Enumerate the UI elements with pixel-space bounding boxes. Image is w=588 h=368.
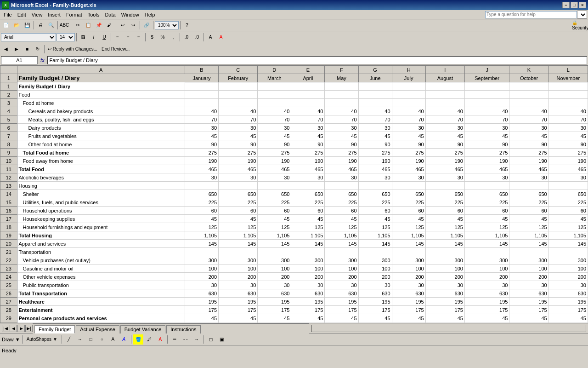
cell-C20[interactable]: 145 <box>219 240 258 248</box>
cell-E1[interactable]: April <box>291 74 325 82</box>
cell-H3[interactable] <box>392 99 425 107</box>
cell-J7[interactable]: 45 <box>464 132 509 140</box>
cell-C8[interactable]: 90 <box>219 140 258 149</box>
cell-I13[interactable] <box>425 182 464 190</box>
zoom-dropdown[interactable]: 100% <box>155 21 179 29</box>
col-header-G[interactable]: G <box>358 66 392 74</box>
row-num-19[interactable]: 19 <box>0 231 17 240</box>
cell-C12[interactable]: 30 <box>219 173 258 182</box>
cell-E27[interactable]: 195 <box>291 298 325 306</box>
row-num-23[interactable]: 23 <box>0 264 17 273</box>
cell-F27[interactable]: 195 <box>325 298 358 306</box>
row-num-28[interactable]: 28 <box>0 306 17 314</box>
cell-I18[interactable]: 125 <box>425 223 464 231</box>
restore-button[interactable]: □ <box>571 2 578 8</box>
cell-C24[interactable]: 200 <box>219 273 258 281</box>
cell-E13[interactable] <box>291 182 325 190</box>
cell-L15[interactable]: 225 <box>548 198 588 207</box>
cell-J20[interactable]: 145 <box>464 240 509 248</box>
align-right-button[interactable]: ≡ <box>134 32 144 42</box>
cell-D11[interactable]: 465 <box>258 165 291 173</box>
currency-button[interactable]: $ <box>147 32 157 42</box>
cell-L3[interactable] <box>548 99 588 107</box>
cell-J27[interactable]: 195 <box>464 298 509 306</box>
cell-A17[interactable]: Housekeeping supplies <box>17 215 185 223</box>
cell-D26[interactable]: 630 <box>258 289 291 298</box>
cell-F4[interactable]: 40 <box>325 107 358 115</box>
cell-D5[interactable]: 70 <box>258 115 291 124</box>
cell-B8[interactable]: 90 <box>185 140 218 149</box>
refresh-button[interactable]: ↻ <box>33 44 43 54</box>
cell-K6[interactable]: 30 <box>509 124 548 132</box>
cell-G18[interactable]: 125 <box>358 223 392 231</box>
cell-A23[interactable]: Gasoline and motor oil <box>17 264 185 273</box>
font-family-dropdown[interactable]: Arial <box>1 33 56 41</box>
open-button[interactable]: 📂 <box>11 20 22 30</box>
cell-J1[interactable]: September <box>464 74 509 82</box>
cell-C21[interactable] <box>219 248 258 256</box>
cell-H10[interactable]: 190 <box>392 157 425 165</box>
cell-D27[interactable]: 195 <box>258 298 291 306</box>
cell-L2[interactable] <box>548 91 588 99</box>
increase-decimal-button[interactable]: .0 <box>181 32 192 42</box>
cell-D12[interactable]: 30 <box>258 173 291 182</box>
cell-B16[interactable]: 60 <box>185 207 218 215</box>
cell-E28[interactable]: 175 <box>291 306 325 314</box>
cell-L8[interactable]: 90 <box>548 140 588 149</box>
cell-B14[interactable]: 650 <box>185 190 218 198</box>
cell-F6[interactable]: 30 <box>325 124 358 132</box>
cell-E4[interactable]: 40 <box>291 107 325 115</box>
cell-B17[interactable]: 45 <box>185 215 218 223</box>
cell-C2[interactable] <box>219 91 258 99</box>
cell-L26[interactable]: 630 <box>548 289 588 298</box>
cell-C22[interactable]: 300 <box>219 256 258 264</box>
cell-K19[interactable]: 1,105 <box>509 231 548 240</box>
cell-I7[interactable]: 45 <box>425 132 464 140</box>
cell-E10[interactable]: 190 <box>291 157 325 165</box>
cell-I9[interactable]: 275 <box>425 149 464 157</box>
stop-button[interactable]: ■ <box>22 44 32 54</box>
cell-J1[interactable] <box>464 82 509 91</box>
cell-K2[interactable] <box>509 91 548 99</box>
col-header-L[interactable]: L <box>548 66 588 74</box>
cell-I23[interactable]: 100 <box>425 264 464 273</box>
rect-tool[interactable]: □ <box>86 334 96 345</box>
cell-C18[interactable]: 125 <box>219 223 258 231</box>
cell-B28[interactable]: 175 <box>185 306 218 314</box>
cell-K16[interactable]: 60 <box>509 207 548 215</box>
cell-G30[interactable]: 10 <box>358 322 392 323</box>
cell-L19[interactable]: 1,105 <box>548 231 588 240</box>
cell-K1[interactable]: October <box>509 74 548 82</box>
ask-dropdown[interactable] <box>577 11 587 19</box>
cell-H28[interactable]: 175 <box>392 306 425 314</box>
cell-B1[interactable]: January <box>185 74 218 82</box>
cell-H11[interactable]: 465 <box>392 165 425 173</box>
cell-J10[interactable]: 190 <box>464 157 509 165</box>
italic-button[interactable]: I <box>89 32 99 42</box>
cell-F22[interactable]: 300 <box>325 256 358 264</box>
new-button[interactable]: 📄 <box>1 20 11 30</box>
cell-J29[interactable]: 45 <box>464 314 509 322</box>
close-button[interactable]: × <box>579 2 586 8</box>
cell-G17[interactable]: 45 <box>358 215 392 223</box>
cell-I29[interactable]: 45 <box>425 314 464 322</box>
cell-C15[interactable]: 225 <box>219 198 258 207</box>
tab-scroll-prev[interactable]: ◀ <box>10 325 17 332</box>
cell-L7[interactable]: 45 <box>548 132 588 140</box>
row-num-13[interactable]: 13 <box>0 182 17 190</box>
cell-H20[interactable]: 145 <box>392 240 425 248</box>
cell-F5[interactable]: 70 <box>325 115 358 124</box>
shadow-draw[interactable]: ◻ <box>206 334 216 345</box>
cell-K3[interactable] <box>509 99 548 107</box>
fill-color-draw[interactable]: 🪣 <box>133 334 143 345</box>
cell-F30[interactable]: 10 <box>325 322 358 323</box>
copy-button[interactable]: 📋 <box>83 20 93 30</box>
cell-E24[interactable]: 200 <box>291 273 325 281</box>
cell-A26[interactable]: Total Transportation <box>17 289 185 298</box>
cell-F7[interactable]: 45 <box>325 132 358 140</box>
cell-I22[interactable]: 300 <box>425 256 464 264</box>
cell-A16[interactable]: Household operations <box>17 207 185 215</box>
comma-button[interactable]: , <box>168 32 178 42</box>
cell-H30[interactable]: 10 <box>392 322 425 323</box>
cell-D1[interactable]: March <box>258 74 291 82</box>
